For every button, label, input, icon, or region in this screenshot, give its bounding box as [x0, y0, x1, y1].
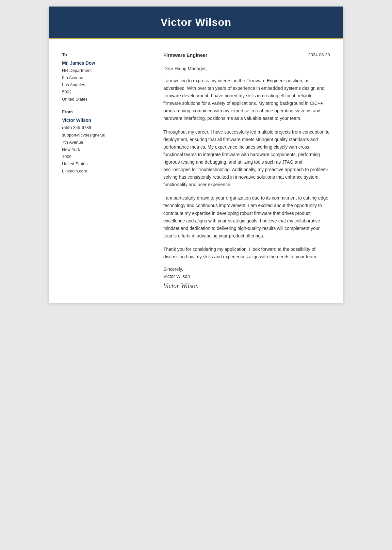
sender-country: United States [62, 160, 140, 168]
closing: Sincerely, [163, 267, 330, 272]
recipient-country: United States [62, 96, 140, 103]
right-column: Firmware Engineer 2024-08-20 Dear Hiring… [150, 52, 330, 290]
sender-linkedin: Linkedin.com [62, 168, 140, 175]
recipient-zip: 5002 [62, 89, 140, 96]
salutation: Dear Hiring Manager, [163, 66, 330, 71]
paragraph-4: Thank you for considering my application… [163, 246, 330, 261]
page-header: Victor Wilson [49, 7, 343, 38]
letter-date: 2024-08-20 [308, 52, 330, 57]
from-label: From [62, 109, 140, 114]
recipient-street: 5th Avenue [62, 74, 140, 81]
paragraph-2: Throughout my career, I have successfull… [163, 128, 330, 189]
sender-zip: 1005 [62, 153, 140, 160]
header-name: Victor Wilson [56, 16, 336, 28]
page: Victor Wilson To Mr. James Dow HR Depart… [49, 7, 343, 303]
left-column: To Mr. James Dow HR Department 5th Avenu… [62, 52, 150, 290]
typed-name: Victor Wilson [163, 274, 330, 279]
paragraph-1: I am writing to express my interest in t… [163, 77, 330, 122]
sender-phone: (555) 345-6789 [62, 124, 140, 131]
paragraph-3: I am particularly drawn to your organiza… [163, 194, 330, 240]
sender-street: 7th Avenue [62, 139, 140, 146]
recipient-department: HR Department [62, 67, 140, 74]
sender-name: Victor Wilson [62, 118, 140, 123]
recipient-name: Mr. James Dow [62, 60, 140, 66]
to-label: To [62, 52, 140, 57]
sender-city: New York [62, 146, 140, 153]
letter-header: Firmware Engineer 2024-08-20 [163, 52, 330, 58]
content-area: To Mr. James Dow HR Department 5th Avenu… [49, 39, 343, 303]
sender-email: support@cvdesigner.ai [62, 132, 140, 139]
signature: Victor Wilson [163, 282, 330, 290]
from-section: From Victor Wilson (555) 345-6789 suppor… [62, 109, 140, 175]
job-title: Firmware Engineer [163, 52, 207, 58]
recipient-city: Los Angeles [62, 81, 140, 89]
